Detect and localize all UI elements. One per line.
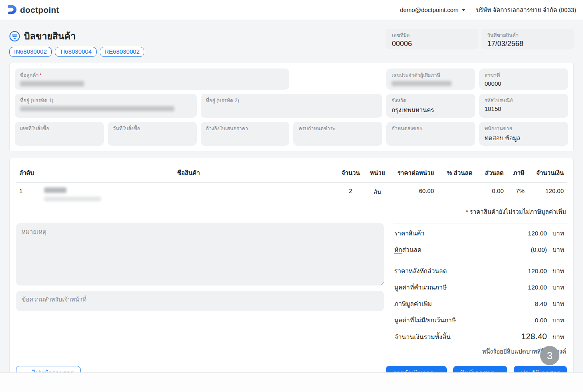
- items-card: ลำดับ ชื่อสินค้า จำนวน หน่วย ราคาต่อหน่ว…: [9, 158, 574, 389]
- po-date-label: วันที่ใบสั่งซื้อ: [113, 125, 192, 133]
- chevron-down-icon: [462, 9, 466, 11]
- summary-row-after-discount: ราคาหลังหักส่วนลด 120.00 บาท: [393, 263, 567, 279]
- brand-name: doctpoint: [20, 5, 59, 15]
- col-discount: ส่วนลด: [476, 165, 507, 183]
- totals-summary: ราคาสินค้า 120.00 บาท หักส่วนลด (0.00) บ…: [393, 223, 567, 357]
- doctpoint-logo-icon: [6, 4, 18, 16]
- document-filter-icon: [9, 31, 20, 42]
- col-product-name: ชื่อสินค้า: [41, 165, 336, 183]
- floating-notification-badge[interactable]: 3: [540, 346, 559, 365]
- tax-id-field: เลขประจำตัวผู้เสียภาษี: [386, 68, 475, 90]
- redacted-address: [20, 106, 174, 111]
- col-discount-percent: % ส่วนลด: [437, 165, 476, 183]
- item-product-name: [41, 183, 336, 202]
- address-line2-label: ที่อยู่ (บรรทัด 2): [206, 96, 377, 105]
- summary-row-vat: ภาษีมูลค่าเพิ่ม 8.40 บาท: [393, 296, 567, 312]
- company-name: บริษัท จัดการเอกสารขาย จำกัด (0033): [476, 5, 576, 15]
- summary-row-discount: หักส่วนลด (0.00) บาท: [393, 241, 567, 260]
- tax-id-label: เลขประจำตัวผู้เสียภาษี: [391, 71, 470, 79]
- redacted-product-name: [44, 187, 67, 193]
- due-date-label: ครบกำหนดชำระ: [299, 125, 377, 133]
- postal-code-value: 10150: [484, 105, 563, 112]
- summary-row-grand-total: จำนวนเงินรวมทั้งสิ้น 128.40 บาท: [393, 328, 567, 345]
- staff-note-textarea[interactable]: [16, 291, 384, 311]
- address-line2-field: ที่อยู่ (บรรทัด 2): [201, 94, 383, 118]
- price-footnote: * ราคาสินค้ายังไม่รวมไม่ภาษีมูลค่าเพิ่ม: [17, 207, 566, 217]
- col-unit: หน่วย: [365, 165, 390, 183]
- salesperson-field: พนักงานขาย ทดสอบ ข้อมูล: [479, 122, 568, 146]
- footer-strip: [0, 372, 583, 392]
- top-bar: doctpoint demo@doctpoint.com บริษัท จัดก…: [0, 0, 583, 20]
- discount-prefix: หัก: [394, 246, 402, 253]
- quotation-ref-label: อ้างอิงใบเสนอราคา: [206, 125, 284, 133]
- sale-date-value: 17/03/2568: [487, 40, 568, 48]
- required-mark: *: [40, 72, 42, 78]
- col-vat: ภาษี: [507, 165, 528, 183]
- branch-label: สาขาที่: [484, 71, 563, 79]
- item-discount: 0.00: [476, 183, 507, 202]
- grid-spacer: [293, 68, 382, 90]
- col-quantity: จำนวน: [336, 165, 365, 183]
- item-row: 1 2 อัน 60.00 0.00 7% 120.00: [16, 183, 567, 202]
- po-date-field: วันที่ใบสั่งซื้อ: [108, 122, 197, 146]
- item-unit-price: 60.00: [390, 183, 437, 202]
- delivery-date-label: กำหนดส่งของ: [391, 125, 470, 133]
- account-email: demo@doctpoint.com: [400, 6, 458, 13]
- items-header-row: ลำดับ ชื่อสินค้า จำนวน หน่วย ราคาต่อหน่ว…: [16, 165, 567, 183]
- branch-value: 00000: [484, 80, 563, 87]
- customer-info-card: ชื่อลูกค้า* เลขประจำตัวผู้เสียภาษี สาขาท…: [9, 63, 574, 151]
- items-table: ลำดับ ชื่อสินค้า จำนวน หน่วย ราคาต่อหน่ว…: [16, 165, 567, 202]
- redacted-tax-id: [391, 81, 452, 86]
- bill-number-box: เลขที่บิล 00006: [386, 29, 478, 49]
- item-vat: 7%: [507, 183, 528, 202]
- sale-date-box: วันที่ขายสินค้า 17/03/2568: [481, 29, 574, 49]
- customer-name-label: ชื่อลูกค้า: [20, 72, 39, 78]
- branch-field: สาขาที่ 00000: [479, 68, 568, 90]
- document-number-badges: IN68030002 TI68030004 RE68030002: [9, 47, 144, 57]
- delivery-date-field: กำหนดส่งของ: [386, 122, 475, 146]
- badge-taxinvoice-number[interactable]: TI68030004: [55, 47, 97, 57]
- summary-row-taxable-value: มูลค่าที่คำนวณภาษี 120.00 บาท: [393, 279, 567, 296]
- province-field: จังหวัด กรุงเทพมหานคร: [386, 94, 475, 118]
- postal-code-field: รหัสไปรษณีย์ 10150: [479, 94, 568, 118]
- summary-row-subtotal: ราคาสินค้า 120.00 บาท: [393, 225, 567, 241]
- address-line1-field: ที่อยู่ (บรรทัด 1): [15, 94, 197, 118]
- main-content: บิลขายสินค้า IN68030002 TI68030004 RE680…: [0, 20, 583, 389]
- col-amount: จำนวนเงิน: [528, 165, 567, 183]
- bill-number-label: เลขที่บิล: [392, 31, 472, 39]
- customer-name-field: ชื่อลูกค้า*: [15, 68, 289, 90]
- redacted-customer-name: [20, 81, 84, 86]
- remark-textarea[interactable]: [16, 223, 384, 285]
- address-line1-label: ที่อยู่ (บรรทัด 1): [20, 96, 192, 105]
- due-date-field: ครบกำหนดชำระ: [293, 122, 382, 146]
- salesperson-label: พนักงานขาย: [484, 125, 563, 133]
- redacted-product-detail: [44, 197, 101, 201]
- item-amount: 120.00: [528, 183, 567, 202]
- item-index: 1: [16, 183, 41, 202]
- badge-receipt-number[interactable]: RE68030002: [100, 47, 145, 57]
- province-label: จังหวัด: [391, 96, 470, 105]
- item-discount-percent: [437, 183, 476, 202]
- summary-row-exempt: มูลค่าที่ไม่มี/ยกเว้นภาษี 0.00 บาท: [393, 312, 567, 328]
- item-unit: อัน: [365, 183, 390, 202]
- badge-invoice-number[interactable]: IN68030002: [9, 47, 52, 57]
- po-number-field: เลขที่ใบสั่งซื้อ: [15, 122, 104, 146]
- po-number-label: เลขที่ใบสั่งซื้อ: [20, 125, 99, 133]
- brand-logo[interactable]: doctpoint: [6, 4, 59, 16]
- province-value: กรุงเทพมหานคร: [391, 105, 470, 115]
- item-quantity: 2: [336, 183, 365, 202]
- col-index: ลำดับ: [16, 165, 41, 183]
- postal-code-label: รหัสไปรษณีย์: [484, 96, 563, 105]
- quotation-ref-field: อ้างอิงใบเสนอราคา: [201, 122, 290, 146]
- sale-date-label: วันที่ขายสินค้า: [487, 31, 568, 39]
- account-menu[interactable]: demo@doctpoint.com: [400, 6, 466, 13]
- bill-number-value: 00006: [392, 40, 472, 48]
- col-unit-price: ราคาต่อหน่วย: [390, 165, 437, 183]
- page-title: บิลขายสินค้า: [24, 29, 76, 43]
- salesperson-value: ทดสอบ ข้อมูล: [484, 133, 563, 143]
